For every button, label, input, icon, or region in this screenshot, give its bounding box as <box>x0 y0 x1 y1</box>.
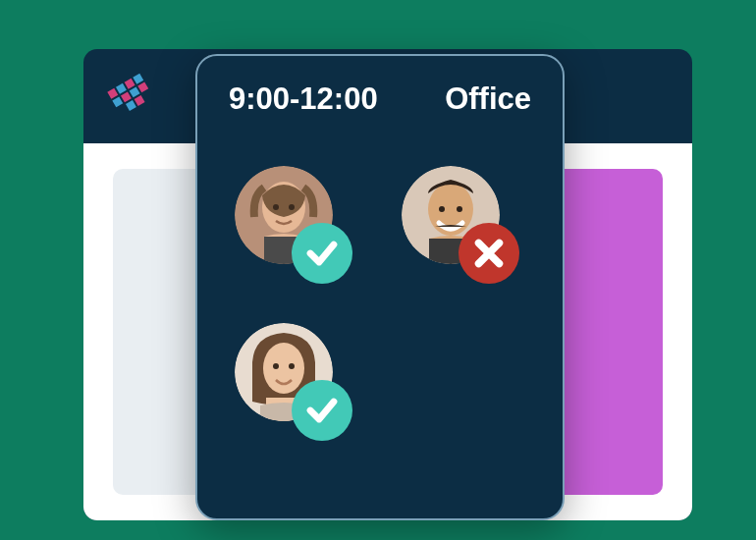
svg-rect-8 <box>126 100 136 111</box>
svg-point-25 <box>273 363 279 369</box>
svg-rect-9 <box>135 95 145 106</box>
svg-rect-6 <box>130 86 140 97</box>
svg-rect-2 <box>125 79 135 89</box>
attendee-3[interactable] <box>235 323 333 421</box>
svg-rect-4 <box>112 96 123 107</box>
svg-point-14 <box>289 204 295 210</box>
schedule-card[interactable]: 9:00-12:00 Office <box>195 54 565 520</box>
time-range: 9:00-12:00 <box>229 81 378 117</box>
svg-point-20 <box>457 206 462 212</box>
attendee-2[interactable] <box>402 166 500 264</box>
cross-icon <box>459 223 519 284</box>
attendee-1[interactable] <box>235 166 333 264</box>
svg-rect-3 <box>133 74 143 84</box>
attendee-list <box>225 166 535 421</box>
svg-rect-7 <box>137 81 148 92</box>
svg-rect-1 <box>116 83 127 94</box>
svg-point-19 <box>439 206 445 212</box>
check-icon <box>292 223 352 284</box>
app-logo-icon <box>105 68 162 125</box>
location-label: Office <box>445 81 531 117</box>
svg-point-24 <box>263 343 304 394</box>
svg-rect-0 <box>107 88 118 99</box>
svg-point-13 <box>273 204 279 210</box>
card-header: 9:00-12:00 Office <box>225 81 535 117</box>
check-icon <box>292 380 352 441</box>
svg-point-26 <box>289 363 295 369</box>
svg-rect-5 <box>121 91 132 102</box>
